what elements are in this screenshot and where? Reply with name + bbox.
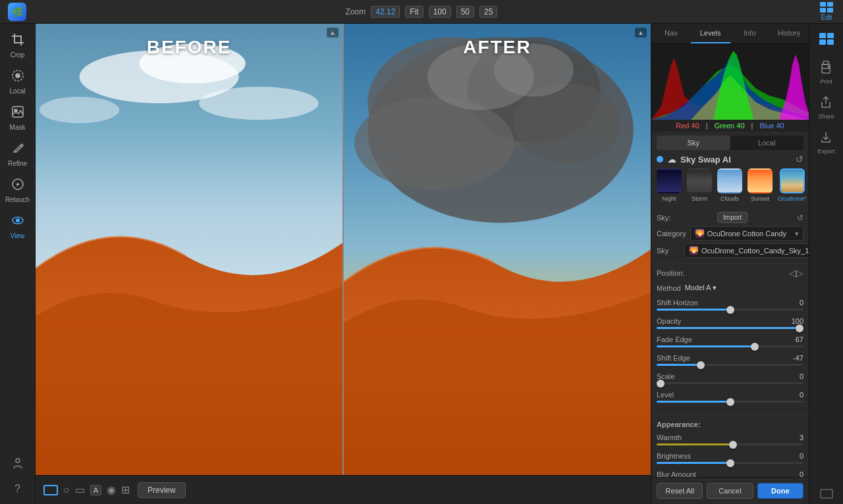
preview-button[interactable]: Preview <box>138 482 186 498</box>
zoom-label: Zoom <box>346 7 366 16</box>
opacity-thumb[interactable] <box>796 324 803 332</box>
local-label: Local <box>10 88 26 95</box>
tool-local[interactable]: Local <box>3 65 32 99</box>
sky-section-reset[interactable]: ↺ <box>797 213 803 222</box>
print-button[interactable]: Print <box>817 57 835 89</box>
sunset-thumb-img <box>748 168 773 193</box>
tab-local[interactable]: Local <box>730 136 804 150</box>
zoom-fit-button[interactable]: Fit <box>405 6 423 18</box>
opacity-fill <box>657 327 803 329</box>
scale-thumb[interactable] <box>657 380 665 388</box>
done-button[interactable]: Done <box>757 483 803 499</box>
print-icon <box>819 61 832 77</box>
sky-thumb-clouds[interactable]: Clouds <box>717 168 742 202</box>
sky-swap-reset-icon[interactable]: ↺ <box>796 154 803 164</box>
tab-levels[interactable]: Levels <box>691 24 730 43</box>
shift-edge-thumb[interactable] <box>697 361 705 369</box>
opacity-track[interactable] <box>657 327 803 329</box>
slider-section: Shift Horizon 0 Opacity 100 <box>651 295 809 413</box>
red-label: Red 40 <box>676 122 699 130</box>
clouds-thumb-img <box>717 168 742 193</box>
zoom-value[interactable]: 42.12 <box>371 6 400 18</box>
brightness-thumb[interactable] <box>726 459 734 467</box>
export-button[interactable]: Export <box>815 126 837 159</box>
night-thumb-img <box>657 168 682 193</box>
warmth-label: Warmth <box>657 434 682 441</box>
warmth-value: 3 <box>800 434 803 441</box>
edit-icon <box>820 2 833 13</box>
tool-crop[interactable]: Crop <box>3 29 32 63</box>
share-button[interactable]: Share <box>815 91 836 124</box>
sky-section: Sky: Import ↺ Category 🌄 OcuDrone Cotton… <box>651 207 809 262</box>
fade-edge-thumb[interactable] <box>751 343 759 351</box>
svg-point-15 <box>40 97 119 123</box>
method-label: Method <box>657 284 681 292</box>
tool-refine[interactable]: Refine <box>3 138 32 171</box>
circle-icon: ○ <box>63 484 70 496</box>
import-button[interactable]: Import <box>717 212 748 223</box>
position-arrows[interactable]: ◁▷ <box>789 268 803 278</box>
slider-shift-horizon: Shift Horizon 0 <box>657 299 803 311</box>
histogram-labels: Red 40 | Green 40 | Blue 40 <box>651 120 809 132</box>
tool-mask[interactable]: Mask <box>3 101 32 135</box>
reset-all-button[interactable]: Reset All <box>657 483 703 499</box>
slider-fade-edge: Fade Edge 67 <box>657 336 803 347</box>
shift-horizon-thumb[interactable] <box>726 306 734 314</box>
level-thumb[interactable] <box>726 398 734 406</box>
sky-select[interactable]: 🌄 OcuDrone_Cotton_Candy_Sky_12 ▾ <box>684 243 809 258</box>
blur-amount-value: 0 <box>800 470 803 477</box>
sky-section-label: Sky: <box>657 214 670 222</box>
cancel-button[interactable]: Cancel <box>707 483 753 499</box>
method-select[interactable]: Model A ▾ <box>685 284 717 292</box>
tab-info[interactable]: Info <box>730 24 770 43</box>
local-icon <box>11 69 24 86</box>
slider-brightness: Brightness 0 <box>657 452 803 464</box>
histogram-chart <box>651 44 809 120</box>
print-label: Print <box>820 78 832 85</box>
slider-opacity: Opacity 100 <box>657 317 803 329</box>
level-fill <box>657 401 730 403</box>
green-label: Green 40 <box>715 122 745 130</box>
histogram-area <box>651 44 809 120</box>
sky-thumb-sunset[interactable]: Sunset <box>748 168 773 202</box>
level-value: 0 <box>800 391 803 399</box>
retouch-icon <box>11 178 24 194</box>
sky-thumb-ocudrone[interactable]: Ocudrone* <box>778 168 806 202</box>
retouch-label: Retouch <box>5 196 30 203</box>
warmth-fill <box>657 443 733 445</box>
warmth-track[interactable] <box>657 443 803 445</box>
tool-help[interactable]: ? <box>3 479 32 499</box>
text-icon: A <box>90 485 101 495</box>
category-select[interactable]: 🌄 OcuDrone Cotton Candy ▾ <box>690 226 803 241</box>
shift-horizon-label: Shift Horizon <box>657 299 698 307</box>
tab-sky[interactable]: Sky <box>657 136 730 150</box>
scale-track[interactable] <box>657 382 803 384</box>
shift-edge-track[interactable] <box>657 364 803 366</box>
panel-scroll: Sky: Import ↺ Category 🌄 OcuDrone Cotton… <box>651 207 809 477</box>
zoom-25-button[interactable]: 25 <box>479 6 497 18</box>
zoom-50-button[interactable]: 50 <box>456 6 474 18</box>
brightness-track[interactable] <box>657 462 803 464</box>
zoom-100-button[interactable]: 100 <box>429 6 451 18</box>
edit-button[interactable]: Edit <box>810 0 843 23</box>
sky-thumb-night[interactable]: Night <box>657 168 682 202</box>
svg-rect-1 <box>827 2 833 7</box>
tab-history[interactable]: History <box>769 24 809 43</box>
tool-view[interactable]: View <box>3 210 32 243</box>
svg-rect-25 <box>819 33 826 38</box>
fade-edge-track[interactable] <box>657 345 803 347</box>
tool-retouch[interactable]: Retouch <box>3 174 32 207</box>
method-row: Method Model A ▾ <box>651 281 809 295</box>
level-track[interactable] <box>657 401 803 403</box>
left-sidebar: Crop Local Mask <box>0 24 36 504</box>
position-label: Position: <box>657 269 684 277</box>
before-panel: BEFORE ▲ <box>36 24 342 475</box>
shift-horizon-track[interactable] <box>657 309 803 311</box>
appearance-sliders: Warmth 3 Brightness 0 <box>651 430 809 477</box>
shift-edge-label: Shift Edge <box>657 354 690 362</box>
tool-people[interactable] <box>3 453 32 476</box>
warmth-thumb[interactable] <box>729 441 737 449</box>
sky-thumb-storm[interactable]: Storm <box>687 168 712 202</box>
tab-nav[interactable]: Nav <box>651 24 691 43</box>
canvas-viewport: BEFORE ▲ <box>36 24 651 475</box>
